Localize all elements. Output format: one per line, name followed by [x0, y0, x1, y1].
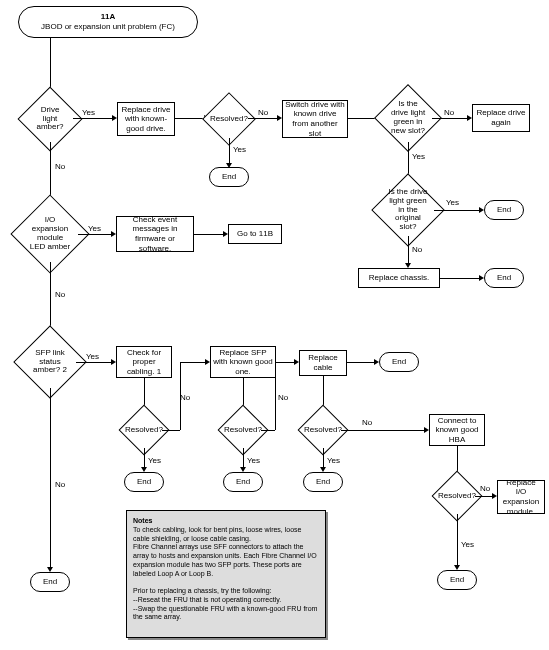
edge-label: No	[180, 393, 190, 402]
notes-line: Fibre Channel arrays use SFF connectors …	[133, 543, 317, 576]
end-2: End	[484, 200, 524, 220]
edge-label: Yes	[461, 540, 474, 549]
notes-line: Prior to replacing a chassis, try the fo…	[133, 587, 272, 594]
process-switch-drive: Switch drive with known drive from anoth…	[282, 100, 348, 138]
process-check-cabling: Check for proper cabling. 1	[116, 346, 172, 378]
edge-label: Yes	[412, 152, 425, 161]
start-node: 11A JBOD or expansion unit problem (FC)	[18, 6, 198, 38]
edge-label: No	[258, 108, 268, 117]
edge-label: No	[362, 418, 372, 427]
edge-label: Yes	[148, 456, 161, 465]
notes-box: Notes To check cabling, look for bent pi…	[126, 510, 326, 638]
edge-label: No	[55, 162, 65, 171]
process-check-event: Check event messages in firmware or soft…	[116, 216, 194, 252]
process-replace-io-module: Replace I/O expansion module.	[497, 480, 545, 514]
decision-drive-light: Drive light amber?	[27, 96, 73, 142]
decision-io-expansion-led: I/O expansion module LED amber	[22, 206, 78, 262]
start-title: 11A	[101, 12, 116, 22]
edge-label: Yes	[88, 224, 101, 233]
edge-label: No	[444, 108, 454, 117]
decision-resolved-c4: Resolved?	[439, 478, 475, 514]
edge-label: Yes	[82, 108, 95, 117]
edge-label: Yes	[233, 145, 246, 154]
edge-label: No	[480, 484, 490, 493]
decision-sfp-link: SFP link status amber? 2	[24, 336, 76, 388]
notes-line: --Swap the questionable FRU with a known…	[133, 605, 317, 621]
process-goto-11b: Go to 11B	[228, 224, 282, 244]
edge-label: Yes	[86, 352, 99, 361]
edge-label: Yes	[446, 198, 459, 207]
process-replace-sfp: Replace SFP with known good one.	[210, 346, 276, 378]
end-c4: End	[437, 570, 477, 590]
edge-label: Yes	[247, 456, 260, 465]
end-3: End	[484, 268, 524, 288]
end-1: End	[209, 167, 249, 187]
edge-label: Yes	[327, 456, 340, 465]
notes-line: --Reseat the FRU that is not operating c…	[133, 596, 281, 603]
process-replace-drive-again: Replace drive again	[472, 104, 530, 132]
start-subtitle: JBOD or expansion unit problem (FC)	[41, 22, 175, 32]
decision-resolved-1: Resolved?	[210, 100, 248, 138]
decision-green-orig-slot: Is the drive light green in the original…	[382, 184, 434, 236]
end-c3: End	[303, 472, 343, 492]
edge-label: No	[412, 245, 422, 254]
process-replace-cable: Replace cable	[299, 350, 347, 376]
decision-green-new-slot: Is the drive light green in new slot?	[384, 94, 432, 142]
notes-line: To check cabling, look for bent pins, lo…	[133, 526, 301, 542]
decision-resolved-c1: Resolved?	[126, 412, 162, 448]
process-connect-hba: Connect to known good HBA	[429, 414, 485, 446]
notes-title: Notes	[133, 517, 152, 524]
decision-resolved-c3: Resolved?	[305, 412, 341, 448]
end-c2: End	[223, 472, 263, 492]
end-c1: End	[124, 472, 164, 492]
decision-resolved-c2: Resolved?	[225, 412, 261, 448]
end-c-top: End	[379, 352, 419, 372]
edge-label: No	[55, 290, 65, 299]
edge-label: No	[55, 480, 65, 489]
edge-label: No	[278, 393, 288, 402]
end-left: End	[30, 572, 70, 592]
process-replace-chassis: Replace chassis.	[358, 268, 440, 288]
process-replace-drive: Replace drive with known-good drive.	[117, 102, 175, 136]
